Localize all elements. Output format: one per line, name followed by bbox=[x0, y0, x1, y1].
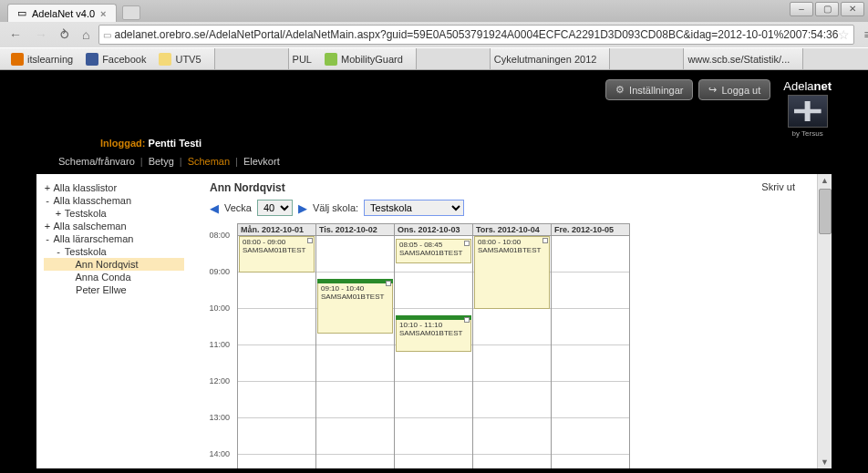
event-handle-icon[interactable] bbox=[464, 317, 470, 323]
calendar-event[interactable]: 08:00 - 09:00SAMSAM01BTEST bbox=[239, 236, 315, 272]
inloggad-user: Pentti Testi bbox=[149, 138, 202, 149]
event-handle-icon[interactable] bbox=[386, 281, 391, 286]
school-select[interactable]: Testskola bbox=[364, 200, 464, 216]
logo-image bbox=[788, 95, 828, 128]
favicon-icon bbox=[609, 47, 684, 69]
calendar-event[interactable]: 08:00 - 10:00SAMSAM01BTEST bbox=[474, 236, 550, 309]
sidebar-item[interactable]: - Alla lärarscheman bbox=[44, 232, 184, 245]
hour-row bbox=[316, 382, 394, 418]
menu-betyg[interactable]: Betyg bbox=[149, 156, 174, 167]
minimize-button[interactable]: – bbox=[790, 2, 813, 16]
menu-schema[interactable]: Schema/frånvaro bbox=[58, 156, 135, 167]
days-grid: Mån. 2012-10-0108:00 - 09:00SAMSAM01BTES… bbox=[237, 223, 630, 468]
sidebar-item[interactable]: + Alla salscheman bbox=[44, 220, 184, 232]
time-row: 11:00 bbox=[210, 344, 233, 381]
scroll-up-icon[interactable]: ▲ bbox=[819, 174, 831, 187]
new-tab-button[interactable] bbox=[122, 5, 140, 20]
time-row: 08:00 bbox=[210, 235, 233, 272]
bookmark-label: PUL bbox=[293, 54, 312, 65]
day-header: Tors. 2012-10-04 bbox=[473, 224, 551, 236]
valj-skola-label: Välj skola: bbox=[313, 202, 358, 213]
bookmark-label: MobilityGuard bbox=[341, 54, 403, 65]
bookmarks-bar: itslearning Facebook UTV5 PUL MobilityGu… bbox=[0, 47, 868, 69]
bookmark-utv5[interactable]: UTV5 bbox=[153, 51, 206, 67]
sidebar-item[interactable]: Ann Nordqvist bbox=[44, 258, 184, 271]
sidebar-item[interactable]: Anna Conda bbox=[44, 271, 184, 283]
favicon-icon bbox=[214, 47, 289, 69]
main-inner: Ann Nordqvist Skriv ut ◀ Vecka 40 ▶ Välj… bbox=[191, 174, 817, 468]
logo-text-a: Adela bbox=[783, 79, 813, 93]
bookmark-pul[interactable]: PUL bbox=[209, 47, 317, 69]
settings-button[interactable]: ⚙ Inställningar bbox=[605, 79, 693, 100]
close-window-button[interactable]: ✕ bbox=[841, 2, 864, 16]
event-strip bbox=[396, 315, 471, 320]
hour-row bbox=[552, 455, 629, 468]
time-row: 13:00 bbox=[210, 417, 233, 454]
hour-row bbox=[395, 272, 472, 309]
back-button[interactable]: ← bbox=[5, 26, 26, 44]
week-select[interactable]: 40 bbox=[257, 200, 293, 216]
sidebar-item[interactable]: - Testskola bbox=[44, 245, 184, 258]
logo-text-b: net bbox=[814, 79, 832, 93]
maximize-button[interactable]: ▢ bbox=[815, 2, 839, 16]
forward-button[interactable]: → bbox=[31, 26, 51, 44]
bookmark-itslearning[interactable]: itslearning bbox=[5, 51, 78, 67]
event-handle-icon[interactable] bbox=[464, 241, 470, 246]
day-column: Mån. 2012-10-0108:00 - 09:00SAMSAM01BTES… bbox=[238, 224, 316, 468]
sidebar-item[interactable]: Peter Ellwe bbox=[44, 283, 184, 296]
logout-icon: ↪ bbox=[708, 84, 717, 96]
time-label: 14:00 bbox=[209, 449, 230, 458]
hour-row bbox=[316, 345, 394, 382]
menu-elevkort[interactable]: Elevkort bbox=[243, 156, 280, 167]
bookmark-star-icon[interactable]: ☆ bbox=[838, 27, 850, 42]
main-panel: Ann Nordqvist Skriv ut ◀ Vecka 40 ▶ Välj… bbox=[191, 174, 832, 468]
browser-tab[interactable]: ▭ AdelaNet v4.0 × bbox=[7, 4, 117, 22]
day-body: 08:00 - 10:00SAMSAM01BTEST bbox=[473, 236, 551, 468]
logout-button[interactable]: ↪ Logga ut bbox=[698, 79, 770, 100]
bookmark-facebook[interactable]: Facebook bbox=[80, 51, 151, 67]
calendar-event[interactable]: 08:05 - 08:45SAMSAM01BTEST bbox=[396, 239, 471, 263]
hour-row bbox=[473, 455, 551, 468]
bookmark-tersus[interactable]: Tersus bbox=[797, 47, 868, 69]
time-row: 09:00 bbox=[210, 272, 233, 308]
time-label: 13:00 bbox=[209, 413, 230, 422]
bookmark-scb[interactable]: www.scb.se/Statistik/... bbox=[604, 47, 795, 69]
browser-chrome: – ▢ ✕ ▭ AdelaNet v4.0 × ← → ⥁ ⌂ ▭ adelan… bbox=[0, 0, 868, 70]
sidebar-item[interactable]: - Alla klasscheman bbox=[44, 194, 184, 207]
close-tab-icon[interactable]: × bbox=[100, 8, 106, 19]
scroll-down-icon[interactable]: ▼ bbox=[819, 456, 831, 468]
scrollbar[interactable]: ▲ ▼ bbox=[817, 174, 832, 468]
event-handle-icon[interactable] bbox=[307, 238, 313, 243]
reload-button[interactable]: ⥁ bbox=[57, 26, 73, 44]
hour-row bbox=[238, 345, 315, 382]
print-link[interactable]: Skriv ut bbox=[761, 181, 795, 192]
day-header: Tis. 2012-10-02 bbox=[316, 224, 394, 236]
tree-bullet-icon: + bbox=[44, 182, 51, 193]
home-button[interactable]: ⌂ bbox=[78, 26, 93, 44]
prev-week-icon[interactable]: ◀ bbox=[210, 201, 219, 215]
next-week-icon[interactable]: ▶ bbox=[298, 201, 307, 215]
day-header: Mån. 2012-10-01 bbox=[238, 224, 315, 236]
calendar-event[interactable]: 10:10 - 11:10SAMSAM01BTEST bbox=[396, 315, 471, 352]
favicon-icon bbox=[86, 53, 98, 66]
app-frame: ⚙ Inställningar ↪ Logga ut Adelanet by T… bbox=[36, 74, 832, 468]
url-bar[interactable]: ▭ adelanet.orebro.se/AdelaNetPortal/Adel… bbox=[98, 25, 854, 45]
favicon-icon bbox=[416, 47, 491, 69]
hour-row bbox=[473, 418, 551, 455]
hour-row bbox=[238, 455, 315, 468]
event-handle-icon[interactable] bbox=[542, 238, 548, 243]
time-label: 10:00 bbox=[209, 303, 230, 313]
calendar-event[interactable]: 09:10 - 10:40SAMSAM01BTEST bbox=[317, 279, 393, 334]
bookmark-cykel[interactable]: Cykelutmaningen 2012 bbox=[410, 47, 603, 69]
bookmark-mobilityguard[interactable]: MobilityGuard bbox=[319, 51, 408, 67]
chrome-menu-icon[interactable]: ≡ bbox=[860, 27, 868, 42]
hour-row bbox=[316, 236, 394, 272]
sidebar-item[interactable]: + Testskola bbox=[44, 207, 184, 220]
logged-in-text: Inloggad: Pentti Testi bbox=[100, 138, 832, 149]
sidebar-item[interactable]: + Alla klasslistor bbox=[44, 181, 184, 194]
scroll-thumb[interactable] bbox=[819, 189, 832, 234]
settings-label: Inställningar bbox=[629, 85, 683, 96]
menu-scheman[interactable]: Scheman bbox=[188, 156, 230, 167]
event-strip bbox=[317, 279, 393, 283]
url-text: adelanet.orebro.se/AdelaNetPortal/AdelaN… bbox=[114, 28, 838, 41]
